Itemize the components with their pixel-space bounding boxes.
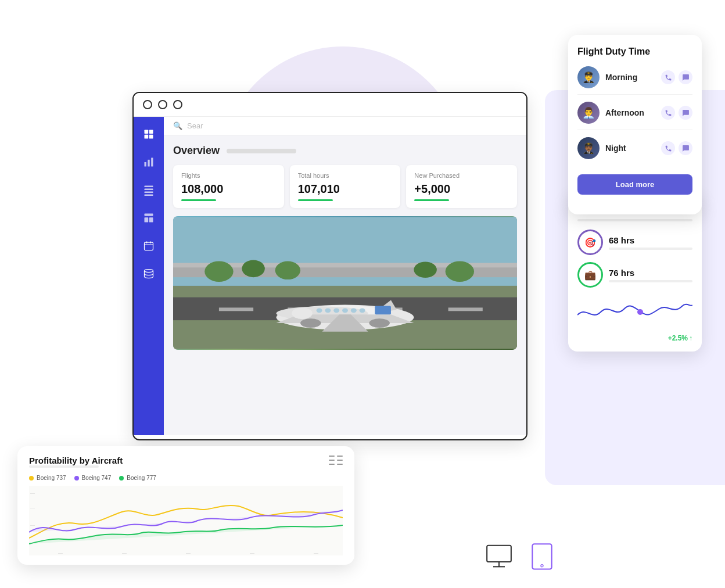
duty-item-night: 👨🏾‍✈️ Night <box>577 137 692 165</box>
profit-title: Profitability by Aircraft <box>29 456 123 465</box>
plane-image <box>173 216 517 350</box>
svg-rect-53 <box>337 460 343 461</box>
svg-point-49 <box>637 309 643 315</box>
sidebar-icon-chart[interactable] <box>141 154 157 170</box>
svg-rect-14 <box>145 242 153 250</box>
hrs-bar-68 <box>609 248 692 250</box>
expand-icon[interactable] <box>329 456 343 465</box>
duty-item-afternoon: 👨‍💼 Afternoon <box>577 102 692 130</box>
svg-rect-4 <box>145 162 146 167</box>
duty-icons-afternoon <box>661 106 692 120</box>
wave-chart-svg <box>577 295 692 329</box>
stats-row: Flights 108,000 Total hours 107,010 New … <box>173 165 517 208</box>
afternoon-message-btn[interactable] <box>679 106 692 120</box>
dashboard-body: 🔍 Sear Overview Flights 108,000 Total ho… <box>134 117 526 435</box>
legend-label-737: Boeing 737 <box>37 475 66 481</box>
target-icon: 🎯 <box>584 237 596 248</box>
svg-rect-55 <box>337 464 343 465</box>
profitability-chart-svg: — — — — — — — — — <box>29 486 343 555</box>
svg-rect-0 <box>145 130 149 134</box>
afternoon-call-btn[interactable] <box>661 106 675 120</box>
svg-rect-52 <box>329 460 335 461</box>
svg-point-18 <box>145 270 153 273</box>
svg-rect-46 <box>375 306 391 314</box>
stat-value-purchased: +5,000 <box>414 182 509 196</box>
svg-rect-22 <box>219 307 253 311</box>
svg-rect-25 <box>448 307 483 311</box>
svg-rect-66 <box>487 546 511 562</box>
bottom-change: +2.5% ↑ <box>577 334 692 342</box>
avatar-night-face: 👨🏾‍✈️ <box>577 137 600 159</box>
hrs-bar-76 <box>609 280 692 282</box>
search-input-text[interactable]: Sear <box>187 121 203 130</box>
search-icon: 🔍 <box>173 121 182 130</box>
legend-item-747: Boeing 747 <box>74 475 112 481</box>
svg-rect-6 <box>151 158 153 167</box>
sidebar-icon-database[interactable] <box>141 266 157 282</box>
hrs-circle-green: 💼 <box>577 262 603 288</box>
svg-rect-7 <box>145 186 153 188</box>
window-dot-3 <box>173 100 182 109</box>
night-message-btn[interactable] <box>679 141 692 155</box>
legend-item-777: Boeing 777 <box>119 475 156 481</box>
duty-icons-night <box>661 141 692 155</box>
hrs-item-76: 💼 76 hrs <box>577 262 692 288</box>
morning-call-btn[interactable] <box>661 70 675 84</box>
svg-rect-2 <box>145 135 149 139</box>
stat-label-hours: Total hours <box>298 172 393 179</box>
hrs-circle-purple: 🎯 <box>577 230 603 255</box>
svg-point-30 <box>275 261 300 280</box>
monitor-svg <box>484 542 514 571</box>
content-area: Overview Flights 108,000 Total hours 107… <box>164 135 526 359</box>
avatar-morning: 👨‍✈️ <box>577 66 600 88</box>
avatar-afternoon-face: 👨‍💼 <box>577 102 600 124</box>
profitability-panel: Profitability by Aircraft Boeing 737 Boe… <box>17 446 354 565</box>
hrs-value-76: 76 hrs <box>609 268 692 278</box>
svg-point-70 <box>541 565 543 567</box>
svg-point-31 <box>414 261 436 278</box>
bottom-change-text: +2.5% <box>668 334 688 342</box>
sidebar-icon-layout[interactable] <box>141 210 157 226</box>
svg-point-32 <box>446 261 474 282</box>
stat-bar-flights <box>181 199 216 201</box>
bottom-change-arrow: ↑ <box>689 334 692 342</box>
device-icons-bar <box>484 542 557 571</box>
svg-rect-13 <box>149 217 153 222</box>
stat-bar-hours <box>298 199 333 201</box>
avatar-morning-face: 👨‍✈️ <box>577 66 600 88</box>
svg-text:—: — <box>30 505 35 510</box>
overview-title: Overview <box>173 145 220 157</box>
profit-header-right <box>329 456 343 467</box>
tablet-icon[interactable] <box>527 542 557 571</box>
profit-header-left: Profitability by Aircraft <box>29 456 123 472</box>
duty-name-afternoon: Afternoon <box>605 108 655 117</box>
sidebar-icon-calendar[interactable] <box>141 238 157 254</box>
svg-rect-56 <box>29 486 343 555</box>
svg-text:—: — <box>30 490 35 496</box>
load-more-button[interactable]: Load more <box>577 174 692 195</box>
avatar-afternoon: 👨‍💼 <box>577 102 600 124</box>
hrs-content-76: 76 hrs <box>609 268 692 282</box>
svg-rect-9 <box>145 192 153 193</box>
monitor-icon[interactable] <box>484 542 514 571</box>
morning-message-btn[interactable] <box>679 70 692 84</box>
svg-point-42 <box>333 308 339 313</box>
hrs-content-68: 68 hrs <box>609 235 692 250</box>
right-stats-panel: $12632 +2.5% ↑ 🎯 68 hrs 💼 76 hrs <box>568 192 702 352</box>
stat-card-purchased: New Purchased +5,000 <box>406 165 517 208</box>
stat-bar-purchased <box>414 199 449 201</box>
night-call-btn[interactable] <box>661 141 675 155</box>
legend-dot-747 <box>74 476 79 481</box>
duty-name-night: Night <box>605 144 655 153</box>
stat-card-hours: Total hours 107,010 <box>290 165 401 208</box>
svg-point-48 <box>369 318 390 328</box>
sidebar-icon-table[interactable] <box>141 182 157 198</box>
price-progress-bar <box>577 219 692 221</box>
svg-point-43 <box>342 308 348 313</box>
svg-rect-10 <box>145 195 153 196</box>
duty-item-morning: 👨‍✈️ Morning <box>577 66 692 95</box>
duty-name-morning: Morning <box>605 73 655 82</box>
svg-text:—: — <box>30 540 35 545</box>
overview-progress-bar <box>227 149 296 153</box>
sidebar-icon-grid[interactable] <box>141 126 157 142</box>
